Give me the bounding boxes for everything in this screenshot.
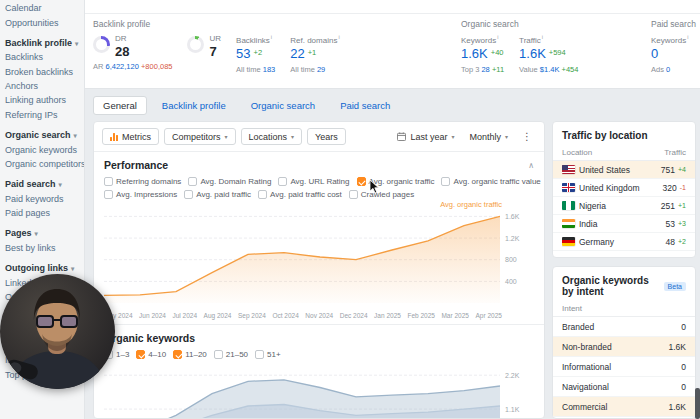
checkbox-11-20[interactable]: 11–20	[173, 350, 207, 359]
organic-traffic-value[interactable]: 1.6K	[519, 47, 546, 61]
svg-text:400: 400	[505, 278, 517, 285]
tab-paid-search[interactable]: Paid search	[330, 96, 400, 115]
sidebar-item-organic-search[interactable]: Organic search▾	[0, 128, 85, 142]
checkbox-avg-paid-traffic[interactable]: Avg. paid traffic	[184, 190, 251, 199]
paid-keywords-value[interactable]: 0	[651, 47, 658, 61]
top3-keywords: Top 3 28 +11	[461, 65, 504, 74]
intent-row-informational[interactable]: Informational0	[553, 357, 695, 377]
checkbox-box[interactable]	[357, 177, 366, 186]
collapse-icon[interactable]: ∧	[528, 161, 534, 170]
checkbox-box[interactable]	[136, 350, 145, 359]
location-traffic-change: +4	[678, 166, 686, 173]
sidebar-item-outgoing-links[interactable]: Outgoing links▾	[0, 261, 85, 275]
svg-text:2.2K: 2.2K	[505, 372, 520, 379]
location-row-united-kingdom[interactable]: United Kingdom320-1	[553, 179, 695, 197]
date-range-button[interactable]: Last year ▾	[392, 128, 459, 145]
more-options-button[interactable]: ⋮	[518, 131, 536, 142]
checkbox-box[interactable]	[278, 177, 287, 186]
checkbox-box[interactable]	[258, 190, 267, 199]
backlinks-value[interactable]: 53	[236, 47, 250, 61]
x-axis-label: Dec 2024	[340, 312, 368, 319]
sidebar-item-paid-pages[interactable]: Paid pages	[0, 206, 85, 220]
sidebar-item-backlinks[interactable]: Backlinks	[0, 50, 85, 64]
intent-value: 0	[681, 362, 686, 372]
group-title: Backlink profile	[93, 19, 439, 29]
years-filter-button[interactable]: Years	[307, 128, 346, 145]
checkbox-4-10[interactable]: 4–10	[136, 350, 166, 359]
intent-row-non-branded[interactable]: Non-branded1.6K	[553, 337, 695, 357]
tab-backlink-profile[interactable]: Backlink profile	[152, 96, 236, 115]
checkbox-box[interactable]	[104, 190, 113, 199]
intent-row-navigational[interactable]: Navigational0	[553, 377, 695, 397]
checkbox-avg-url-rating[interactable]: Avg. URL Rating	[278, 177, 349, 186]
sidebar-item-anchors[interactable]: Anchors	[0, 79, 85, 93]
x-axis-label: Jun 2024	[139, 312, 166, 319]
competitors-filter-button[interactable]: Competitors ▾	[164, 128, 236, 145]
sidebar-item-paid-keywords[interactable]: Paid keywords	[0, 192, 85, 206]
locations-filter-button[interactable]: Locations ▾	[241, 128, 303, 145]
metrics-filter-button[interactable]: Metrics	[102, 128, 159, 145]
checkbox-referring-domains[interactable]: Referring domains	[104, 177, 181, 186]
organic-keywords-value[interactable]: 1.6K	[461, 47, 488, 61]
tab-organic-search[interactable]: Organic search	[241, 96, 325, 115]
checkbox-avg-organic-traffic-value[interactable]: Avg. organic traffic value	[441, 177, 540, 186]
checkbox-box[interactable]	[173, 350, 182, 359]
checkbox-box[interactable]	[441, 177, 450, 186]
sidebar-item-linking-authors[interactable]: Linking authors	[0, 93, 85, 107]
location-name: India	[562, 219, 666, 229]
performance-chart-canvas[interactable]: 4008001.2K1.6K	[104, 203, 544, 311]
ahrefs-rank-value[interactable]: 6,422,120	[106, 62, 139, 71]
checkbox-box[interactable]	[255, 350, 264, 359]
intent-row-branded[interactable]: Branded0	[553, 317, 695, 337]
svg-text:800: 800	[505, 256, 517, 263]
organic-traffic-change: +594	[549, 48, 566, 57]
organic-traffic-metric: Traffici 1.6K+594 Value $1.4K +454	[519, 34, 578, 74]
sidebar-item-backlink-profile[interactable]: Backlink profile▾	[0, 36, 85, 50]
sidebar-item-paid-search[interactable]: Paid search▾	[0, 177, 85, 191]
sidebar-item-organic-keywords[interactable]: Organic keywords	[0, 142, 85, 156]
checkbox-box[interactable]	[184, 190, 193, 199]
info-icon: i	[271, 34, 272, 40]
intent-label: Branded	[562, 322, 594, 332]
sidebar-item-opportunities[interactable]: Opportunities	[0, 15, 85, 29]
intent-label: Non-branded	[562, 342, 612, 352]
organic-keywords-chart-canvas[interactable]: 1.1K2.2K	[104, 363, 544, 419]
checkbox-box[interactable]	[104, 177, 113, 186]
scrollbar-thumb[interactable]	[695, 388, 700, 419]
checkbox-avg-organic-traffic[interactable]: Avg. organic traffic	[357, 177, 435, 186]
checkbox-box[interactable]	[188, 177, 197, 186]
ref-domains-value[interactable]: 22	[290, 47, 304, 61]
checkbox-21-50[interactable]: 21–50	[214, 350, 248, 359]
location-row-nigeria[interactable]: Nigeria251+1	[553, 197, 695, 215]
presenter-avatar	[0, 274, 115, 389]
compare-top5-toggle[interactable]: Compare top 5 on chart	[553, 251, 695, 258]
sidebar-item-calendar[interactable]: Calendar	[0, 1, 85, 15]
sidebar-item-broken-backlinks[interactable]: Broken backlinks	[0, 65, 85, 79]
location-row-united-states[interactable]: United States751+4	[553, 161, 695, 179]
performance-title: Performance	[104, 159, 168, 171]
location-row-germany[interactable]: Germany48+2	[553, 233, 695, 251]
checkbox-avg-impressions[interactable]: Avg. Impressions	[104, 190, 177, 199]
granularity-button[interactable]: Monthly ▾	[464, 128, 513, 145]
chevron-down-icon: ▾	[451, 133, 454, 140]
checkbox-avg-domain-rating[interactable]: Avg. Domain Rating	[188, 177, 271, 186]
checkbox-label: 4–10	[148, 350, 166, 359]
checkbox-51[interactable]: 51+	[255, 350, 281, 359]
sidebar-item-referring-ips[interactable]: Referring IPs	[0, 108, 85, 122]
svg-text:1.2K: 1.2K	[505, 235, 520, 242]
sidebar-item-pages[interactable]: Pages▾	[0, 226, 85, 240]
location-row-india[interactable]: India53+3	[553, 215, 695, 233]
x-axis-label: Jul 2024	[172, 312, 197, 319]
checkbox-box[interactable]	[349, 190, 358, 199]
checkbox-avg-paid-traffic-cost[interactable]: Avg. paid traffic cost	[258, 190, 342, 199]
sidebar-item-best-by-links[interactable]: Best by links	[0, 241, 85, 255]
sidebar-item-organic-competitors[interactable]: Organic competitors	[0, 157, 85, 171]
metric-label: Keywordsi	[461, 34, 504, 45]
tab-general[interactable]: General	[93, 96, 147, 115]
location-traffic-value: 751	[661, 165, 675, 175]
ref-domains-metric: Ref. domainsi 22+1 All time 29	[290, 34, 339, 74]
calendar-icon	[397, 132, 406, 141]
checkbox-crawled-pages[interactable]: Crawled pages	[349, 190, 414, 199]
checkbox-box[interactable]	[214, 350, 223, 359]
intent-row-commercial[interactable]: Commercial1.6K	[553, 397, 695, 417]
